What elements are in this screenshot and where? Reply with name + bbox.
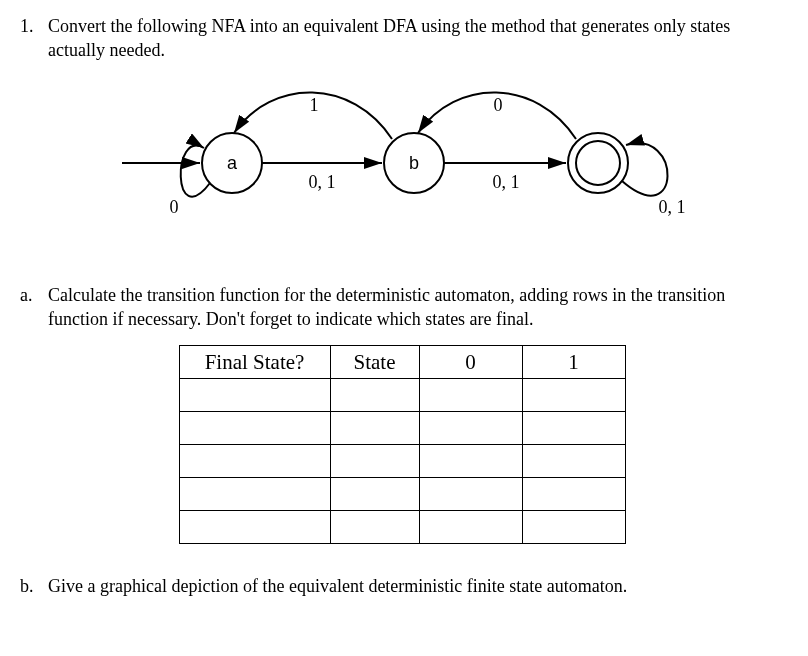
- part-a-label: a.: [20, 283, 48, 307]
- nfa-svg: a 0 0, 1 1 b 0, 1 0 0, 1: [82, 83, 722, 243]
- part-b-label: b.: [20, 574, 48, 598]
- edge-c-to-b-label: 0: [494, 95, 503, 115]
- question-1: 1. Convert the following NFA into an equ…: [20, 14, 784, 63]
- edge-b-to-c-label: 0, 1: [493, 172, 520, 192]
- header-sym-0: 0: [419, 346, 522, 379]
- state-b-label: b: [409, 153, 419, 173]
- header-final-state: Final State?: [179, 346, 330, 379]
- part-a: a. Calculate the transition function for…: [20, 283, 784, 332]
- transition-table-body: [179, 379, 625, 544]
- table-row: [179, 379, 625, 412]
- question-text: Convert the following NFA into an equiva…: [48, 14, 784, 63]
- header-state: State: [330, 346, 419, 379]
- table-row: [179, 478, 625, 511]
- table-row: [179, 412, 625, 445]
- part-b: b. Give a graphical depiction of the equ…: [20, 574, 784, 598]
- header-sym-1: 1: [522, 346, 625, 379]
- state-a-label: a: [227, 153, 238, 173]
- table-row: [179, 445, 625, 478]
- table-row: [179, 511, 625, 544]
- part-b-text: Give a graphical depiction of the equiva…: [48, 574, 784, 598]
- edge-a-to-b-label: 0, 1: [309, 172, 336, 192]
- transition-table-wrap: Final State? State 0 1: [20, 345, 784, 544]
- question-number: 1.: [20, 14, 48, 38]
- transition-table: Final State? State 0 1: [179, 345, 626, 544]
- nfa-diagram: a 0 0, 1 1 b 0, 1 0 0, 1: [20, 83, 784, 243]
- edge-a-self-label: 0: [170, 197, 179, 217]
- edge-c-self-label: 0, 1: [659, 197, 686, 217]
- state-c-inner: [576, 141, 620, 185]
- edge-c-self-loop-icon: [622, 143, 668, 195]
- table-header-row: Final State? State 0 1: [179, 346, 625, 379]
- edge-a-self-loop-icon: [181, 145, 210, 196]
- edge-b-to-a-label: 1: [310, 95, 319, 115]
- part-a-text: Calculate the transition function for th…: [48, 283, 784, 332]
